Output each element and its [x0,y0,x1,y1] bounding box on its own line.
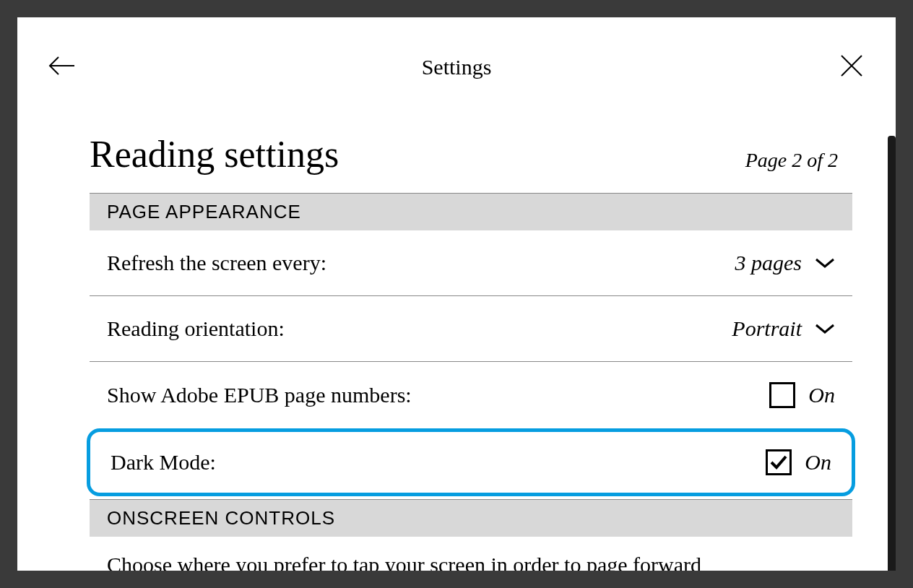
content-area: Reading settings Page 2 of 2 PAGE APPEAR… [17,97,896,571]
refresh-value: 3 pages [735,251,802,275]
epub-label: Show Adobe EPUB page numbers: [107,383,412,407]
page-indicator: Page 2 of 2 [745,149,838,172]
darkmode-label: Dark Mode: [111,450,216,475]
epub-checkbox[interactable] [769,382,795,408]
epub-value: On [808,383,835,407]
back-button[interactable] [46,52,77,82]
darkmode-value-group: On [766,449,831,475]
settings-window: Settings Reading settings Page 2 of 2 PA… [17,17,896,571]
back-arrow-icon [48,56,74,79]
setting-row-orientation[interactable]: Reading orientation: Portrait [90,296,852,362]
setting-row-darkmode[interactable]: Dark Mode: On [90,432,852,493]
epub-value-group: On [769,382,835,408]
refresh-label: Refresh the screen every: [107,251,326,275]
orientation-value: Portrait [732,316,802,341]
title-row: Reading settings Page 2 of 2 [90,133,852,176]
scrollbar-thumb[interactable] [888,136,896,571]
orientation-value-group: Portrait [732,316,835,341]
setting-row-epub[interactable]: Show Adobe EPUB page numbers: On [90,362,852,428]
close-button[interactable] [836,52,867,82]
section-header-controls: ONSCREEN CONTROLS [90,499,852,537]
refresh-value-group: 3 pages [735,251,836,275]
darkmode-value: On [805,450,831,475]
page-title: Reading settings [90,133,339,176]
section-header-appearance: PAGE APPEARANCE [90,193,852,230]
close-icon [840,54,863,80]
darkmode-checkbox[interactable] [766,449,792,475]
orientation-label: Reading orientation: [107,316,285,341]
highlighted-setting: Dark Mode: On [87,428,855,496]
controls-description: Choose where you prefer to tap your scre… [90,537,852,571]
chevron-down-icon [815,256,835,269]
header-bar: Settings [17,17,896,97]
setting-row-refresh[interactable]: Refresh the screen every: 3 pages [90,230,852,296]
chevron-down-icon [815,322,835,335]
header-title: Settings [422,55,492,79]
scrollbar-track[interactable] [888,136,896,571]
